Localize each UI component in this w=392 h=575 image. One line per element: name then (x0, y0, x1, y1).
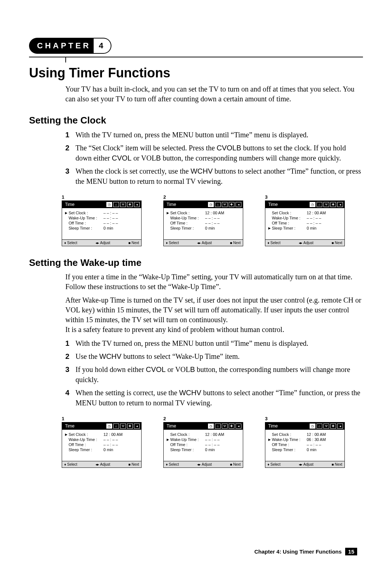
osd-body: ► Set Clock : 12 : 00 AM Wake-Up Time : … (62, 430, 141, 461)
osd-window: Time ◷⌂Ψ✚◂ ► Set Clock : – – : – – Wake-… (62, 201, 142, 246)
osd-line: Set Clock : 12 : 00 AM (268, 210, 342, 215)
clock-icon: ◷ (106, 202, 112, 207)
osd-title: Time (165, 202, 176, 207)
osd-panel: 3 Time ◷⌂Ψ✚◂ Set Clock : 12 : 00 AM ► Wa… (265, 416, 345, 468)
tv-icon: ⌂ (215, 202, 221, 207)
osd-line: Set Clock : 12 : 00 AM (166, 432, 241, 437)
osd-field-value: 06 : 30 AM (307, 437, 326, 442)
osd-field-value: 12 : 00 AM (307, 432, 326, 437)
osd-row-clock: 1 Time ◷⌂Ψ✚◂ ► Set Clock : – – : – – Wak… (62, 194, 345, 246)
clock-icon: ◷ (208, 424, 214, 429)
osd-field-label: Set Clock : (272, 211, 305, 215)
tv-icon: ⌂ (113, 202, 119, 207)
ant-icon: Ψ (120, 202, 126, 207)
step: 2The “Set Clock” item will be selected. … (65, 143, 363, 163)
osd-step-number: 1 (62, 194, 142, 200)
section-heading-wakeup: Setting the Wake-up time (29, 257, 363, 268)
osd-field-label: Set Clock : (272, 432, 305, 437)
osd-field-value: – – : – – (307, 216, 321, 220)
osd-field-label: Sleep Timer : (170, 448, 204, 452)
osd-line: Wake-Up Time : – – : – – (166, 215, 241, 220)
speaker-icon: ◂ (337, 424, 343, 429)
step-number: 2 (65, 143, 70, 163)
osd-field-value: 0 min (103, 448, 113, 452)
step-number: 3 (65, 364, 70, 385)
step-number: 1 (65, 338, 70, 348)
ant-icon: Ψ (222, 202, 228, 207)
tv-icon: ⌂ (113, 424, 119, 429)
osd-field-label: Off Time : (69, 442, 102, 447)
osd-footer: ♦Select ◂▸Adjust ■Next (164, 239, 243, 246)
osd-field-label: Sleep Timer : (69, 226, 102, 230)
speaker-icon: ◂ (337, 202, 343, 207)
osd-line: Off Time : – – : – – (64, 220, 139, 226)
step-number: 1 (65, 130, 70, 140)
step: 3When the clock is set correctly, use th… (65, 166, 363, 186)
step-number: 2 (65, 351, 70, 361)
osd-field-value: – – : – – (205, 442, 220, 447)
osd-row-wakeup: 1 Time ◷⌂Ψ✚◂ ► Set Clock : 12 : 00 AM Wa… (62, 416, 345, 468)
page: CHAPTER 4 Using Timer Functions Your TV … (0, 0, 392, 575)
osd-field-label: Off Time : (272, 442, 305, 447)
osd-field-label: Set Clock : (69, 211, 102, 215)
osd-field-value: – – : – – (103, 221, 118, 225)
step-text: If you hold down either CVOL or VOLB but… (75, 364, 363, 385)
osd-field-label: Wake-Up Time : (69, 216, 102, 220)
plus-icon: ✚ (127, 202, 133, 207)
clock-icon: ◷ (310, 424, 315, 429)
osd-field-value: – – : – – (103, 437, 118, 442)
plus-icon: ✚ (330, 202, 336, 207)
osd-line: Wake-Up Time : – – : – – (64, 215, 139, 220)
osd-field-label: Set Clock : (170, 432, 204, 437)
osd-field-label: Wake-Up Time : (272, 216, 305, 220)
step-text: With the TV turned on, press the MENU bu… (75, 338, 309, 348)
osd-window: Time ◷⌂Ψ✚◂ Set Clock : 12 : 00 AM Wake-U… (265, 201, 345, 246)
osd-icon-row: ◷⌂Ψ✚◂ (208, 424, 241, 429)
osd-line: Off Time : – – : – – (268, 220, 342, 226)
osd-field-label: Wake-Up Time : (272, 437, 305, 442)
osd-title: Time (64, 424, 74, 429)
osd-footer-next: ■Next (331, 241, 342, 245)
osd-footer-select: ♦Select (64, 241, 77, 245)
step: 1With the TV turned on, press the MENU b… (65, 130, 363, 140)
ant-icon: Ψ (323, 202, 329, 207)
osd-field-label: Sleep Timer : (69, 448, 102, 452)
osd-step-number: 2 (163, 416, 243, 421)
osd-field-value: 0 min (205, 448, 215, 452)
osd-step-number: 3 (265, 194, 345, 200)
osd-line: Sleep Timer : 0 min (166, 226, 241, 231)
osd-field-value: 0 min (307, 226, 317, 230)
osd-line: ► Wake-Up Time : – – : – – (166, 437, 241, 442)
step: 1With the TV turned on, press the MENU b… (65, 338, 363, 348)
osd-body: Set Clock : 12 : 00 AM Wake-Up Time : – … (265, 208, 344, 239)
osd-field-value: 12 : 00 AM (103, 432, 123, 437)
selector-icon: ► (166, 437, 169, 442)
osd-footer: ♦Select ◂▸Adjust ■Next (62, 461, 141, 467)
osd-field-value: 12 : 00 AM (205, 211, 224, 215)
osd-step-number: 3 (265, 416, 345, 421)
osd-step-number: 1 (62, 416, 142, 421)
osd-field-label: Sleep Timer : (170, 226, 204, 230)
selector-icon: ► (64, 432, 67, 437)
steps-clock: 1With the TV turned on, press the MENU b… (65, 130, 363, 186)
osd-line: Off Time : – – : – – (64, 442, 139, 447)
osd-footer: ♦Select ◂▸Adjust ■Next (265, 461, 344, 467)
speaker-icon: ◂ (134, 424, 140, 429)
osd-footer-next: ■Next (230, 462, 241, 466)
osd-title: Time (267, 202, 278, 207)
osd-panel: 1 Time ◷⌂Ψ✚◂ ► Set Clock : 12 : 00 AM Wa… (62, 416, 142, 468)
tv-icon: ⌂ (317, 202, 322, 207)
osd-panel: 3 Time ◷⌂Ψ✚◂ Set Clock : 12 : 00 AM Wake… (265, 194, 345, 246)
osd-window: Time ◷⌂Ψ✚◂ ► Set Clock : 12 : 00 AM Wake… (163, 201, 243, 246)
step-number: 4 (65, 388, 70, 408)
step-text: When the clock is set correctly, use the… (75, 166, 363, 186)
selector-icon: ► (268, 437, 270, 442)
osd-field-value: – – : – – (205, 221, 220, 225)
plus-icon: ✚ (229, 424, 234, 429)
osd-footer-next: ■Next (331, 462, 342, 466)
plus-icon: ✚ (127, 424, 133, 429)
ant-icon: Ψ (323, 424, 329, 429)
osd-field-label: Off Time : (69, 221, 102, 225)
osd-footer-next: ■Next (230, 241, 241, 245)
osd-line: ► Sleep Timer : 0 min (268, 226, 342, 231)
